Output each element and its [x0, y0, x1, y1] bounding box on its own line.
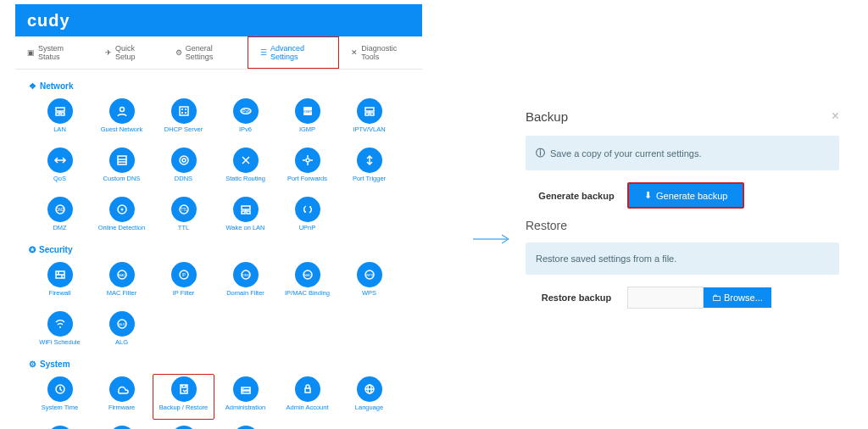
- network-item-igmp[interactable]: IGMPIGMP: [276, 96, 338, 142]
- folder-icon: 🗀: [712, 292, 721, 303]
- system-item-slot6[interactable]: [29, 423, 91, 429]
- tools-icon: ✕: [351, 48, 358, 57]
- generate-backup-button[interactable]: ⬇ Generate backup: [627, 182, 744, 209]
- svg-point-23: [306, 159, 309, 162]
- tab-general-settings[interactable]: ⚙General Settings: [164, 36, 248, 69]
- feature-icon: IPv6: [233, 98, 259, 124]
- feature-label: IP Filter: [173, 290, 195, 303]
- security-item-mac-filter[interactable]: MACMAC Filter: [91, 259, 153, 305]
- header-bar: cudy: [15, 4, 422, 36]
- feature-icon: [295, 376, 320, 402]
- security-item-wps[interactable]: WPSWPS: [338, 259, 400, 305]
- network-item-ddns[interactable]: DDNS: [153, 145, 214, 191]
- system-item-administration[interactable]: Administration: [214, 374, 276, 420]
- network-item-dhcp-server[interactable]: DHCP Server: [153, 96, 214, 142]
- close-icon[interactable]: ×: [832, 109, 839, 124]
- feature-label: WiFi Schedule: [39, 339, 80, 352]
- network-item-port-forwards[interactable]: Port Forwards: [276, 145, 338, 191]
- svg-point-55: [59, 326, 61, 328]
- security-item-firewall[interactable]: Firewall: [29, 259, 91, 305]
- network-item-lan[interactable]: LAN: [29, 96, 91, 142]
- feature-label: Static Routing: [225, 176, 265, 188]
- network-item-ipv6[interactable]: IPv6IPv6: [214, 96, 276, 142]
- system-item-language[interactable]: Language: [338, 374, 400, 420]
- feature-label: ALG: [115, 339, 128, 352]
- tab-advanced-settings[interactable]: ☰Advanced Settings: [248, 36, 339, 69]
- feature-label: WPS: [362, 290, 376, 303]
- feature-icon: [233, 148, 259, 173]
- system-item-backup-restore[interactable]: Backup / Restore: [153, 374, 214, 420]
- feature-icon: [47, 376, 73, 402]
- tab-system-status[interactable]: ▣System Status: [15, 36, 93, 69]
- network-item-dmz[interactable]: DMZDMZ: [29, 194, 91, 240]
- security-item-ip-mac-binding[interactable]: MACIP/MAC Binding: [276, 259, 338, 305]
- security-item-wifi-schedule[interactable]: WiFi Schedule: [29, 309, 91, 354]
- feature-label: IP/MAC Binding: [285, 290, 330, 303]
- feature-icon: [171, 98, 197, 124]
- network-item-upnp[interactable]: UPnP: [276, 194, 338, 240]
- svg-rect-0: [56, 108, 64, 111]
- shield-icon: ✪: [29, 245, 36, 254]
- restore-backup-row: Restore backup 🗀 Browse...: [526, 287, 839, 309]
- system-item-admin-account[interactable]: Admin Account: [276, 374, 338, 420]
- network-item-qos[interactable]: QoS: [29, 145, 91, 191]
- feature-label: MAC Filter: [107, 290, 136, 303]
- feature-icon: [171, 148, 197, 173]
- feature-icon: [233, 426, 259, 429]
- system-item-slot8[interactable]: [153, 423, 214, 429]
- network-item-wake-on-lan[interactable]: Wake on LAN: [214, 194, 276, 240]
- svg-point-39: [304, 211, 306, 213]
- svg-rect-59: [181, 385, 187, 393]
- svg-point-21: [180, 156, 188, 164]
- svg-text:MAC: MAC: [303, 274, 311, 277]
- system-item-firmware[interactable]: Firmware: [91, 374, 153, 420]
- file-path-field[interactable]: [627, 287, 704, 309]
- network-item-custom-dns[interactable]: Custom DNS: [91, 145, 153, 191]
- security-grid: FirewallMACMAC FilterIPIP FilterDNSDomai…: [29, 259, 409, 354]
- system-item-system-time[interactable]: System Time: [29, 374, 91, 420]
- feature-label: Wake on LAN: [226, 225, 265, 237]
- tab-quick-setup[interactable]: ✈Quick Setup: [93, 36, 164, 69]
- feature-icon: IGMP: [295, 98, 320, 124]
- network-grid: LANGuest NetworkDHCP ServerIPv6IPv6IGMPI…: [29, 96, 409, 240]
- svg-rect-1: [56, 113, 59, 115]
- feature-label: Guest Network: [101, 126, 143, 139]
- security-item-alg[interactable]: ALGALG: [91, 309, 153, 354]
- svg-text:DMZ: DMZ: [56, 208, 64, 212]
- svg-text:DNS: DNS: [242, 274, 248, 277]
- gear-icon: ⚙: [29, 359, 36, 369]
- security-item-domain-filter[interactable]: DNSDomain Filter: [214, 259, 276, 305]
- network-item-guest-network[interactable]: Guest Network: [91, 96, 153, 142]
- system-grid: System TimeFirmwareBackup / RestoreAdmin…: [29, 374, 409, 429]
- system-item-slot7[interactable]: [91, 423, 153, 429]
- section-network-title: ❖ Network: [29, 81, 409, 91]
- sliders-icon: ☰: [260, 48, 267, 57]
- feature-icon: [47, 98, 73, 124]
- feature-label: Domain Filter: [226, 290, 264, 303]
- network-item-iptv-vlan[interactable]: IPTV/VLAN: [338, 96, 400, 142]
- browse-button[interactable]: 🗀 Browse...: [704, 287, 771, 308]
- flow-arrow: [473, 233, 512, 245]
- network-item-static-routing[interactable]: Static Routing: [214, 145, 276, 191]
- svg-rect-37: [247, 211, 250, 214]
- network-item-port-trigger[interactable]: Port Trigger: [338, 145, 400, 191]
- feature-icon: [295, 197, 320, 222]
- generate-backup-label: Generate backup: [526, 191, 627, 201]
- feature-label: Online Detection: [98, 225, 145, 237]
- system-item-slot9[interactable]: [214, 423, 276, 429]
- feature-icon: [47, 148, 73, 173]
- tab-diagnostic-tools[interactable]: ✕Diagnostic Tools: [339, 36, 422, 69]
- download-icon: ⬇: [644, 190, 652, 201]
- svg-rect-9: [185, 112, 186, 114]
- feature-label: Firewall: [49, 290, 71, 303]
- security-item-ip-filter[interactable]: IPIP Filter: [153, 259, 214, 305]
- network-item-ttl[interactable]: TTLTTL: [153, 194, 214, 240]
- network-item-online-detection[interactable]: Online Detection: [91, 194, 153, 240]
- dashboard-icon: ▣: [27, 48, 35, 57]
- info-save-copy: ⓘ Save a copy of your current settings.: [526, 136, 839, 170]
- svg-rect-36: [242, 211, 245, 214]
- feature-icon: [233, 197, 259, 222]
- feature-icon: TTL: [171, 197, 197, 222]
- svg-rect-5: [180, 107, 188, 115]
- paper-plane-icon: ✈: [105, 48, 112, 57]
